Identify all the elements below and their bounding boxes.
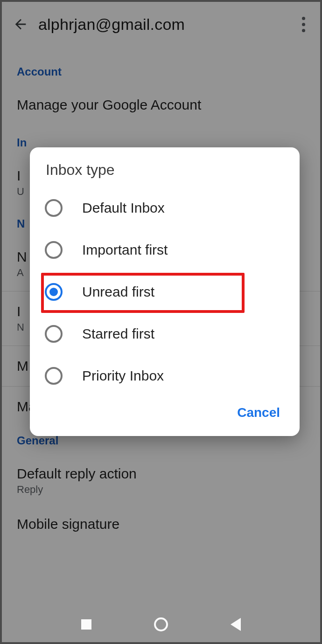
option-label: Default Inbox bbox=[82, 200, 165, 216]
circle-icon bbox=[154, 617, 168, 631]
nav-recent-button[interactable] bbox=[77, 615, 96, 634]
option-important-first[interactable]: Important first bbox=[41, 229, 288, 271]
option-label: Priority Inbox bbox=[82, 368, 164, 384]
triangle-left-icon bbox=[231, 618, 241, 631]
radio-icon bbox=[45, 325, 63, 343]
inbox-type-dialog: Inbox type Default Inbox Important first… bbox=[30, 147, 300, 436]
nav-back-button[interactable] bbox=[226, 615, 245, 634]
radio-icon bbox=[45, 367, 63, 385]
square-icon bbox=[81, 619, 91, 630]
android-nav-bar bbox=[2, 607, 320, 642]
radio-selected-icon bbox=[45, 283, 63, 301]
option-unread-first[interactable]: Unread first bbox=[41, 271, 288, 313]
radio-icon bbox=[45, 241, 63, 259]
nav-home-button[interactable] bbox=[152, 615, 170, 634]
dialog-actions: Cancel bbox=[41, 397, 288, 429]
option-label: Starred first bbox=[82, 326, 154, 342]
option-label: Important first bbox=[82, 242, 168, 258]
option-label: Unread first bbox=[82, 284, 154, 300]
option-priority-inbox[interactable]: Priority Inbox bbox=[41, 355, 288, 397]
option-starred-first[interactable]: Starred first bbox=[41, 313, 288, 355]
cancel-button[interactable]: Cancel bbox=[233, 401, 284, 425]
option-default-inbox[interactable]: Default Inbox bbox=[41, 187, 288, 229]
dialog-title: Inbox type bbox=[46, 161, 287, 179]
radio-icon bbox=[45, 199, 63, 217]
